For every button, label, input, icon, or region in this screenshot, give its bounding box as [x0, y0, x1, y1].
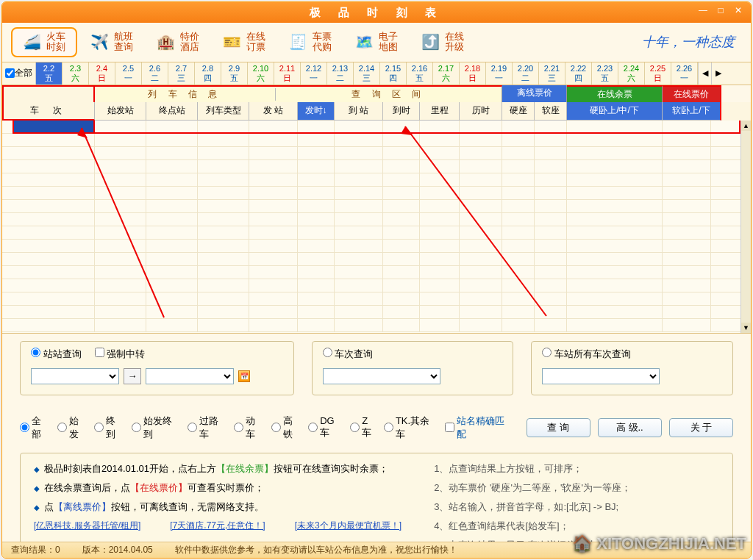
date-cell[interactable]: 2.24六 [618, 62, 645, 85]
date-cell[interactable]: 2.14三 [354, 62, 380, 85]
date-cell[interactable]: 2.5一 [115, 62, 142, 85]
query-button[interactable]: 查 询 [527, 418, 590, 437]
train-no-input[interactable] [323, 368, 440, 384]
flight-query-button[interactable]: ✈️ 航班 查询 [80, 29, 143, 56]
station-query-radio[interactable]: 站站查询 [31, 348, 82, 361]
table-row[interactable] [2, 200, 751, 213]
filter-tk[interactable]: TK.其余车 [384, 414, 438, 441]
station-all-radio[interactable]: 车站所有车次查询 [542, 348, 631, 361]
close-icon[interactable]: ✕ [732, 5, 745, 17]
station-name-input[interactable] [542, 368, 660, 384]
table-row[interactable] [2, 187, 751, 200]
date-cell[interactable]: 2.2五 [36, 62, 63, 85]
to-station-input[interactable] [146, 368, 234, 384]
date-cell[interactable]: 2.7三 [168, 62, 195, 85]
map-button[interactable]: 🗺️ 电子 地图 [345, 29, 408, 56]
about-button[interactable]: 关 于 [669, 418, 733, 437]
table-row[interactable] [2, 213, 751, 226]
table-row[interactable] [2, 266, 751, 279]
date-cell[interactable]: 2.9五 [221, 62, 248, 85]
filter-dong[interactable]: 动车 [234, 414, 264, 441]
filter-gaotie[interactable]: 高铁 [271, 414, 301, 441]
date-cell[interactable]: 2.13二 [327, 62, 354, 85]
table-row[interactable] [2, 319, 751, 332]
exact-match-checkbox[interactable]: 站名精确匹配 [445, 414, 512, 441]
force-transfer-checkbox[interactable]: 强制中转 [95, 348, 146, 361]
filter-z[interactable]: Z车 [350, 415, 376, 439]
date-cell[interactable]: 2.10六 [248, 62, 274, 85]
ticket-agent-button[interactable]: 🧾 车票 代购 [279, 29, 342, 56]
col-hard-sleep[interactable]: 硬卧上/中/下 [567, 102, 663, 121]
link-hotel[interactable]: [7天酒店.77元,任意住！] [170, 520, 265, 532]
offline-price-header[interactable]: 离线票价 [502, 85, 567, 102]
date-cell[interactable]: 2.18日 [460, 62, 486, 85]
date-cell[interactable]: 2.6二 [142, 62, 168, 85]
results-grid[interactable]: ▲ ▼ [2, 121, 751, 334]
calendar-icon[interactable]: 📅 [238, 370, 250, 382]
col-train-no[interactable]: 车 次 [2, 102, 95, 121]
date-cell[interactable]: 2.17六 [433, 62, 460, 85]
table-row[interactable] [2, 292, 751, 306]
date-cell[interactable]: 2.15四 [380, 62, 407, 85]
train-schedule-button[interactable]: 🚄 火车 时刻 [11, 27, 77, 57]
date-next-button[interactable]: ▶ [711, 62, 724, 85]
table-row[interactable] [2, 279, 751, 292]
online-price-header[interactable]: 在线票价 [663, 85, 721, 102]
minimize-icon[interactable]: — [696, 5, 710, 17]
table-row[interactable] [2, 240, 751, 253]
swap-stations-button[interactable]: → [124, 368, 141, 384]
filter-end[interactable]: 终到 [94, 414, 124, 441]
online-booking-button[interactable]: 🎫 在线 订票 [213, 29, 276, 56]
date-prev-button[interactable]: ◀ [698, 62, 711, 85]
col-arrive[interactable]: 到 站 [335, 102, 383, 121]
all-dates-checkbox[interactable]: 全部 [2, 62, 36, 85]
filter-all[interactable]: 全部 [20, 414, 50, 441]
date-cell[interactable]: 2.21三 [539, 62, 565, 85]
table-row[interactable] [2, 173, 751, 187]
table-row[interactable] [2, 306, 751, 319]
filter-pass[interactable]: 过路车 [188, 414, 226, 441]
date-cell[interactable]: 2.16五 [407, 62, 433, 85]
link-server[interactable]: [亿恩科技.服务器托管/租用] [34, 520, 140, 532]
filter-dg[interactable]: DG车 [308, 415, 343, 439]
col-duration[interactable]: 历时 [460, 102, 502, 121]
vertical-scrollbar[interactable]: ▲ ▼ [740, 121, 751, 333]
advanced-button[interactable]: 高 级.. [598, 418, 662, 437]
date-cell[interactable]: 2.12一 [301, 62, 327, 85]
link-flight[interactable]: [未来3个月内最便宜机票！] [295, 520, 402, 532]
date-cell[interactable]: 2.26一 [671, 62, 698, 85]
table-row[interactable] [2, 160, 751, 173]
date-cell[interactable]: 2.8四 [195, 62, 221, 85]
col-depart-time[interactable]: 发时↓ [298, 102, 335, 121]
table-row[interactable] [2, 147, 751, 160]
col-end[interactable]: 终点站 [146, 102, 198, 121]
filter-start-end[interactable]: 始发终到 [132, 414, 180, 441]
date-cell[interactable]: 2.22四 [565, 62, 592, 85]
col-depart[interactable]: 发 站 [249, 102, 298, 121]
online-ticket-header[interactable]: 在线余票 [567, 85, 663, 102]
date-cell[interactable]: 2.3六 [63, 62, 89, 85]
upgrade-button[interactable]: ⤴️ 在线 升级 [411, 29, 474, 56]
date-cell[interactable]: 2.23五 [592, 62, 618, 85]
col-hard-seat[interactable]: 硬座 [502, 102, 535, 121]
col-arrive-time[interactable]: 到时 [383, 102, 420, 121]
col-start[interactable]: 始发站 [95, 102, 146, 121]
filter-start[interactable]: 始发 [57, 414, 88, 441]
maximize-icon[interactable]: □ [714, 5, 727, 17]
hotel-button[interactable]: 🏨 特价 酒店 [146, 29, 210, 56]
date-cell[interactable]: 2.19一 [486, 62, 513, 85]
date-cell[interactable]: 2.11日 [274, 62, 301, 85]
table-row[interactable] [2, 134, 751, 147]
col-distance[interactable]: 里程 [420, 102, 460, 121]
date-cell[interactable]: 2.20二 [513, 62, 539, 85]
from-station-input[interactable] [31, 368, 119, 384]
train-query-radio[interactable]: 车次查询 [323, 348, 374, 361]
table-row[interactable] [2, 226, 751, 240]
scroll-down-icon[interactable]: ▼ [741, 323, 751, 333]
scroll-up-icon[interactable]: ▲ [741, 121, 751, 131]
date-cell[interactable]: 2.25日 [645, 62, 671, 85]
col-soft-sleep[interactable]: 软卧上/下 [663, 102, 721, 121]
col-type[interactable]: 列车类型 [198, 102, 249, 121]
date-cell[interactable]: 2.4日 [89, 62, 115, 85]
col-soft-seat[interactable]: 软座 [535, 102, 567, 121]
